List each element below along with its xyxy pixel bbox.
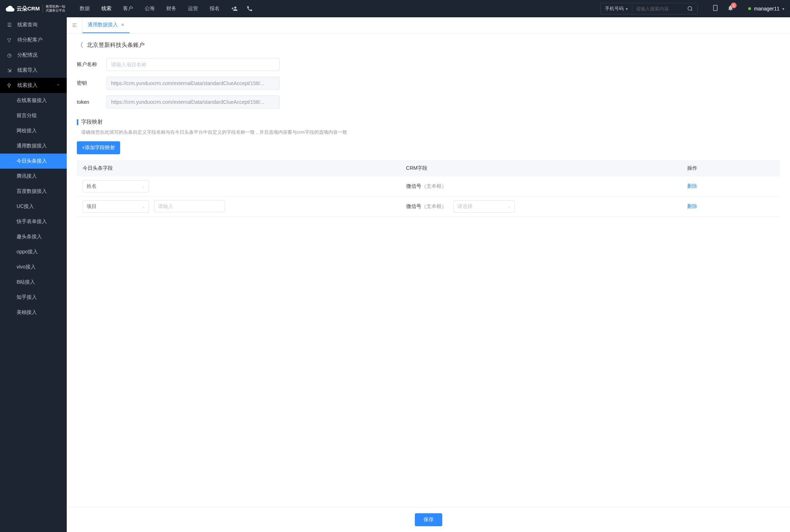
sidebar-sub-school[interactable]: 网校接入 [0, 123, 67, 138]
sidebar-sub-toutiao[interactable]: 今日头条接入 [0, 154, 67, 169]
sidebar-sub-meiyou[interactable]: 美柚接入 [0, 305, 67, 320]
mobile-icon[interactable] [712, 5, 719, 13]
account-input[interactable] [106, 58, 280, 71]
sidebar: ☰ 线索查询 ▽ 待分配客户 ◷ 分配情况 ⇲ 线索导入 ⚲ 线索接入 ⌃ 在线… [0, 17, 67, 532]
sidebar-sub-qutoutiao[interactable]: 趣头条接入 [0, 229, 67, 244]
token-label: token [77, 99, 106, 105]
sidebar-item-clue-query[interactable]: ☰ 线索查询 [0, 17, 67, 32]
nav-clue[interactable]: 线索 [101, 5, 111, 12]
status-dot [748, 7, 751, 10]
user-menu[interactable]: manager11 ▾ [748, 6, 784, 12]
sidebar-item-allocation[interactable]: ◷ 分配情况 [0, 48, 67, 63]
nav-customer[interactable]: 客户 [123, 5, 133, 12]
tab-general-data[interactable]: 通用数据接入 ✕ [83, 17, 130, 33]
sidebar-sub-baidu[interactable]: 百度数据接入 [0, 184, 67, 199]
svg-point-0 [688, 6, 692, 10]
list-icon: ☰ [7, 22, 13, 28]
crm-field-name: 微信号 [406, 203, 421, 209]
sidebar-item-pending[interactable]: ▽ 待分配客户 [0, 32, 67, 48]
form-row-token: token [77, 96, 780, 108]
sidebar-sub-oppo[interactable]: oppo接入 [0, 244, 67, 260]
phone-icon[interactable] [242, 5, 257, 12]
nav-public[interactable]: 公海 [145, 5, 155, 12]
nav-data[interactable]: 数据 [80, 5, 90, 12]
nav-signup[interactable]: 报名 [210, 5, 220, 12]
chevron-up-icon: ⌃ [57, 84, 60, 88]
main-nav: 数据 线索 客户 公海 财务 运营 报名 [80, 5, 220, 12]
svg-rect-1 [714, 5, 717, 11]
chevron-down-icon: ▾ [626, 7, 628, 11]
sidebar-sub-zhihu[interactable]: 知乎接入 [0, 290, 67, 305]
chevron-down-icon: ▾ [782, 7, 784, 11]
form-row-secret: 密钥 [77, 77, 780, 90]
plug-icon: ⚲ [7, 83, 13, 88]
chevron-down-icon: ⌄ [142, 185, 145, 189]
page-content: 〈 北京昱新科技头条账户 账户名称 密钥 token 字段映射 请确保您在此填写… [67, 34, 790, 507]
nav-operation[interactable]: 运营 [188, 5, 198, 12]
sidebar-sub-message-group[interactable]: 留言分组 [0, 108, 67, 123]
tab-close-icon[interactable]: ✕ [121, 22, 124, 27]
sidebar-sub-online-service[interactable]: 在线客服接入 [0, 93, 67, 108]
sidebar-sub-kuaishou[interactable]: 快手表单接入 [0, 214, 67, 229]
footer-bar: 保存 [67, 507, 790, 532]
chevron-down-icon: ⌄ [508, 204, 511, 208]
chevron-down-icon: ⌄ [142, 205, 145, 209]
sidebar-item-access[interactable]: ⚲ 线索接入 ⌃ [0, 78, 67, 93]
top-header: 云朵CRM 教育机构一站 式服务云平台 数据 线索 客户 公海 财务 运营 报名… [0, 0, 790, 17]
sidebar-sub-tencent[interactable]: 腾讯接入 [0, 169, 67, 184]
page-title: 北京昱新科技头条账户 [87, 41, 145, 49]
search-input[interactable] [632, 6, 683, 12]
search-type-select[interactable]: 手机号码 ▾ [601, 5, 632, 12]
mapping-table: 今日头条字段 CRM字段 操作 姓名 ⌄ [77, 160, 780, 217]
toutiao-extra-input[interactable] [154, 200, 225, 212]
toutiao-field-select[interactable]: 项目 ⌄ [83, 200, 149, 213]
section-bar [77, 119, 78, 125]
token-input [106, 96, 280, 108]
account-label: 账户名称 [77, 61, 106, 68]
back-arrow-icon[interactable]: 〈 [77, 41, 83, 49]
sidebar-sub-vivo[interactable]: vivo接入 [0, 260, 67, 275]
section-title-mapping: 字段映射 [77, 119, 780, 125]
share-icon: ⇲ [7, 67, 13, 73]
crm-field-name: 微信号 [406, 183, 421, 189]
crm-option-select[interactable]: 请选择 ⌄ [453, 200, 515, 213]
col-action: 操作 [681, 160, 780, 177]
save-button[interactable]: 保存 [415, 513, 442, 526]
clock-icon: ◷ [7, 52, 13, 58]
sidebar-collapse-button[interactable] [67, 17, 83, 33]
table-row: 项目 ⌄ 微信号（文本框） 请选择 ⌄ 删除 [77, 196, 780, 217]
username: manager11 [754, 6, 780, 12]
cloud-icon [6, 4, 14, 13]
nav-finance[interactable]: 财务 [166, 5, 176, 12]
filter-icon: ▽ [7, 37, 13, 43]
bell-icon[interactable]: 5 [727, 5, 734, 13]
delete-link[interactable]: 删除 [687, 203, 697, 209]
crm-field-type: （文本框） [421, 183, 447, 189]
form-row-account: 账户名称 [77, 58, 780, 71]
sidebar-sub-uc[interactable]: UC接入 [0, 199, 67, 214]
user-plus-icon[interactable] [227, 5, 242, 12]
sidebar-sub-bilibili[interactable]: B站接入 [0, 275, 67, 290]
section-hint: 请确保您在此填写的头条自定义字段名称与在今日头条平台中自定义的字段名称一致，并且… [77, 129, 780, 136]
secret-input [106, 77, 280, 90]
crm-field-type: （文本框） [421, 203, 447, 209]
search-group: 手机号码 ▾ [600, 3, 698, 14]
tabs-bar: 通用数据接入 ✕ [67, 17, 790, 34]
delete-link[interactable]: 删除 [687, 183, 697, 189]
col-toutiao: 今日头条字段 [77, 160, 400, 177]
header-right-icons: 5 [712, 5, 734, 13]
col-crm: CRM字段 [400, 160, 682, 177]
logo[interactable]: 云朵CRM 教育机构一站 式服务云平台 [6, 4, 65, 13]
add-mapping-button[interactable]: +添加字段映射 [77, 141, 120, 154]
logo-text: 云朵CRM [17, 5, 40, 12]
main-area: 通用数据接入 ✕ 〈 北京昱新科技头条账户 账户名称 密钥 token [67, 17, 790, 532]
sidebar-sub-general-data[interactable]: 通用数据接入 [0, 138, 67, 154]
page-header: 〈 北京昱新科技头条账户 [77, 41, 780, 49]
toutiao-field-select[interactable]: 姓名 ⌄ [83, 180, 149, 192]
table-row: 姓名 ⌄ 微信号（文本框） 删除 [77, 177, 780, 196]
sidebar-item-import[interactable]: ⇲ 线索导入 [0, 63, 67, 78]
search-button[interactable] [683, 6, 697, 12]
notification-badge: 5 [731, 3, 737, 8]
logo-subtitle: 教育机构一站 式服务云平台 [43, 5, 65, 13]
secret-label: 密钥 [77, 80, 106, 87]
